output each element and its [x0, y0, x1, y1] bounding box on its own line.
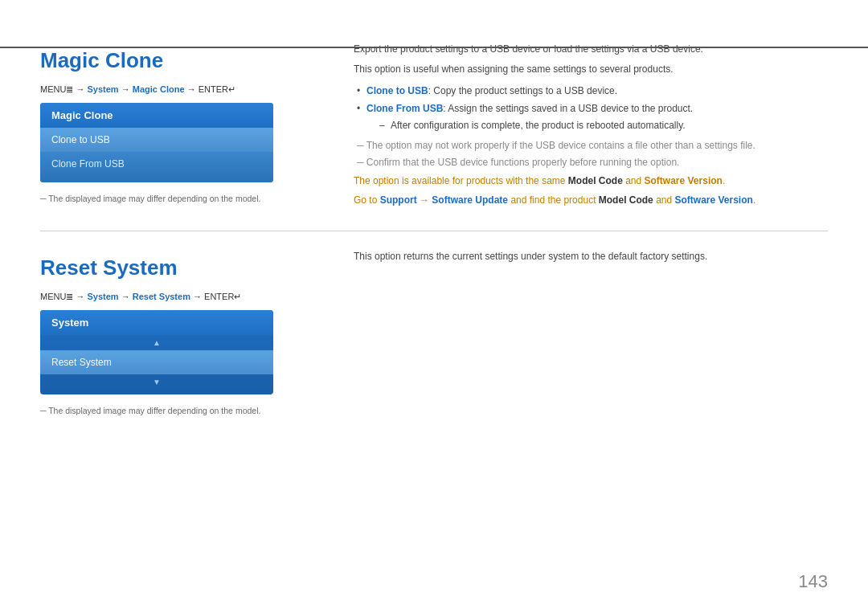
clone-to-usb-bold: Clone to USB	[366, 85, 428, 96]
model-code-1: Model Code	[568, 175, 623, 186]
reset-system-panel-note: The displayed image may differ depending…	[40, 406, 313, 415]
bullet-clone-from-usb: Clone From USB: Assign the settings save…	[354, 101, 828, 133]
orange-note-1: The option is available for products wit…	[354, 174, 828, 189]
bullet-clone-to-usb: Clone to USB: Copy the product settings …	[354, 84, 828, 99]
rs-arrow1: →	[76, 292, 87, 301]
sub-bullet-list: After configuration is complete, the pro…	[379, 118, 828, 133]
arrow2: →	[121, 84, 133, 94]
system-panel-header: System	[40, 310, 273, 335]
reset-system-item[interactable]: Reset System	[40, 350, 273, 374]
clone-from-usb-bold: Clone From USB	[366, 103, 443, 114]
magic-clone-desc1: Export the product settings to a USB dev…	[354, 42, 828, 57]
goto-arrow: →	[417, 194, 432, 206]
rs-enter-label: ENTER	[204, 292, 234, 301]
magic-clone-label: Magic Clone	[133, 84, 185, 94]
magic-clone-left: Magic Clone MENU≣ → System → Magic Clone…	[40, 40, 338, 208]
orange-note-2: Go to Support → Software Update and find…	[354, 193, 828, 208]
enter-icon: ↵	[228, 84, 235, 94]
goto-mid: and find the product	[508, 194, 599, 206]
orange-period-1: .	[723, 175, 725, 186]
software-update-label: Software Update	[432, 194, 508, 206]
clone-to-usb-label: Clone to USB	[51, 134, 110, 145]
goto-and: and	[653, 194, 675, 206]
reset-system-desc: This option returns the current settings…	[354, 249, 828, 264]
system-label: System	[88, 84, 119, 94]
magic-clone-panel-note: The displayed image may differ depending…	[40, 194, 313, 203]
rs-menu-prefix: MENU	[40, 292, 66, 301]
magic-clone-desc2: This option is useful when assigning the…	[354, 62, 828, 77]
arrow1: →	[76, 84, 87, 94]
page-number: 143	[798, 571, 828, 592]
clone-from-usb-text: : Assign the settings saved in a USB dev…	[443, 103, 693, 114]
reset-system-section: Reset System MENU≣ → System → Reset Syst…	[40, 247, 828, 415]
rs-arrow3: →	[193, 292, 204, 301]
down-arrow-icon: ▼	[153, 378, 161, 386]
magic-clone-right: Export the product settings to a USB dev…	[338, 40, 828, 208]
software-version-2: Software Version	[675, 194, 753, 206]
magic-clone-bullets: Clone to USB: Copy the product settings …	[354, 84, 828, 133]
section-divider	[40, 231, 828, 231]
rs-enter-icon: ↵	[234, 292, 241, 301]
menu-icon: ≣	[66, 84, 73, 94]
rs-arrow2: →	[121, 292, 133, 301]
reset-system-right: This option returns the current settings…	[338, 247, 828, 415]
clone-to-usb-item[interactable]: Clone to USB	[40, 128, 273, 152]
reset-system-label: Reset System	[51, 357, 112, 368]
reset-system-left: Reset System MENU≣ → System → Reset Syst…	[40, 247, 338, 415]
arrow3: →	[187, 84, 199, 94]
magic-clone-panel: Magic Clone Clone to USB Clone From USB	[40, 103, 273, 182]
model-code-2: Model Code	[599, 194, 653, 206]
reset-system-panel: System ▲ Reset System ▼	[40, 310, 273, 394]
software-version-1: Software Version	[645, 175, 723, 186]
arrow-up-row: ▲	[40, 335, 273, 350]
magic-clone-section: Magic Clone MENU≣ → System → Magic Clone…	[40, 40, 828, 208]
arrow-down-row: ▼	[40, 374, 273, 394]
top-rule	[0, 47, 868, 48]
goto-prefix: Go to	[354, 194, 380, 206]
magic-clone-menu-path: MENU≣ → System → Magic Clone → ENTER↵	[40, 84, 313, 95]
rs-menu-icon: ≣	[66, 292, 73, 301]
clone-from-usb-label: Clone From USB	[51, 158, 125, 170]
magic-clone-title: Magic Clone	[40, 48, 313, 73]
orange-prefix: The option is available for products wit…	[354, 175, 568, 186]
support-label: Support	[380, 194, 417, 206]
clone-from-usb-item[interactable]: Clone From USB	[40, 152, 273, 182]
sub-bullet-reboot: After configuration is complete, the pro…	[379, 118, 828, 133]
page-container: Magic Clone MENU≣ → System → Magic Clone…	[0, 0, 868, 613]
menu-prefix: MENU	[40, 84, 66, 94]
reset-system-menu-path: MENU≣ → System → Reset System → ENTER↵	[40, 292, 313, 302]
enter-label: ENTER	[199, 84, 228, 94]
clone-to-usb-text: : Copy the product settings to a USB dev…	[428, 85, 617, 96]
up-arrow-icon: ▲	[153, 338, 161, 347]
dash-note-2: Confirm that the USB device functions pr…	[354, 155, 828, 170]
panel-header: Magic Clone	[40, 103, 273, 128]
rs-system-label: System	[88, 292, 119, 301]
rs-reset-label: Reset System	[133, 292, 190, 301]
dash-note-1: The option may not work properly if the …	[354, 138, 828, 153]
reset-system-title: Reset System	[40, 255, 313, 280]
goto-period: .	[753, 194, 755, 206]
orange-and-1: and	[623, 175, 645, 186]
